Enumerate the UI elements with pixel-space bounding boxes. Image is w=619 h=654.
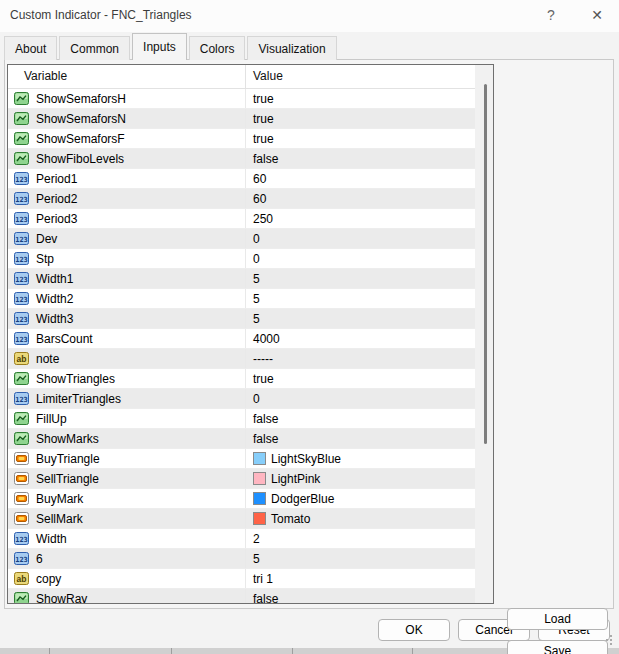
variable-cell: SellMark [8, 509, 245, 528]
value-text: 0 [253, 232, 260, 246]
table-row[interactable]: 12365 [8, 549, 493, 569]
numeric-param-icon: 123 [14, 312, 29, 325]
numeric-param-icon: 123 [14, 272, 29, 285]
value-text: false [253, 152, 278, 166]
value-cell[interactable]: false [245, 429, 493, 448]
table-row[interactable]: SellTriangleLightPink [8, 469, 493, 489]
svg-text:123: 123 [15, 336, 28, 344]
table-row[interactable]: 123Stp0 [8, 249, 493, 269]
variable-cell: 123LimiterTriangles [8, 389, 245, 408]
svg-text:123: 123 [15, 216, 28, 224]
table-row[interactable]: BuyTriangleLightSkyBlue [8, 449, 493, 469]
value-cell[interactable]: 4000 [245, 329, 493, 348]
table-row[interactable]: SellMarkTomato [8, 509, 493, 529]
variable-cell: 123BarsCount [8, 329, 245, 348]
table-row[interactable]: ShowTrianglestrue [8, 369, 493, 389]
table-row[interactable]: ShowFiboLevelsfalse [8, 149, 493, 169]
table-row[interactable]: abnote----- [8, 349, 493, 369]
table-row[interactable]: BuyMarkDodgerBlue [8, 489, 493, 509]
variable-name: Width1 [36, 272, 73, 286]
value-cell[interactable]: 0 [245, 229, 493, 248]
ok-button[interactable]: OK [378, 619, 450, 641]
table-row[interactable]: 123BarsCount4000 [8, 329, 493, 349]
table-row[interactable]: 123Period160 [8, 169, 493, 189]
value-cell[interactable]: DodgerBlue [245, 489, 493, 508]
value-cell[interactable]: 250 [245, 209, 493, 228]
table-row[interactable]: 123Period260 [8, 189, 493, 209]
value-text: false [253, 592, 278, 605]
table-row[interactable]: ShowSemaforsHtrue [8, 89, 493, 109]
value-cell[interactable]: false [245, 149, 493, 168]
table-row[interactable]: 123Width15 [8, 269, 493, 289]
variable-name: SellTriangle [36, 472, 99, 486]
column-header-value[interactable]: Value [245, 65, 493, 88]
variable-name: 6 [36, 552, 43, 566]
save-button[interactable]: Save [507, 640, 608, 654]
value-text: 60 [253, 172, 266, 186]
boolean-param-icon [14, 152, 29, 165]
table-row[interactable]: 123LimiterTriangles0 [8, 389, 493, 409]
value-cell[interactable]: Tomato [245, 509, 493, 528]
table-row[interactable]: ShowSemaforsNtrue [8, 109, 493, 129]
table-row[interactable]: 123Width25 [8, 289, 493, 309]
variable-cell: abcopy [8, 569, 245, 588]
color-param-icon [14, 492, 29, 505]
table-row[interactable]: ShowMarksfalse [8, 429, 493, 449]
value-cell[interactable]: 5 [245, 289, 493, 308]
column-header-variable[interactable]: Variable [8, 65, 245, 88]
variable-cell: 1236 [8, 549, 245, 568]
table-row[interactable]: 123Width2 [8, 529, 493, 549]
table-row[interactable]: ShowRayfalse [8, 589, 493, 604]
value-cell[interactable]: true [245, 369, 493, 388]
value-text: 2 [253, 532, 260, 546]
table-row[interactable]: 123Period3250 [8, 209, 493, 229]
vertical-scrollbar[interactable] [475, 65, 493, 603]
value-cell[interactable]: 60 [245, 189, 493, 208]
variable-cell: ShowSemaforsF [8, 129, 245, 148]
variable-cell: 123Width2 [8, 289, 245, 308]
table-row[interactable]: FillUpfalse [8, 409, 493, 429]
value-cell[interactable]: true [245, 129, 493, 148]
close-icon[interactable]: ✕ [584, 3, 610, 27]
value-text: true [253, 372, 274, 386]
tab-common[interactable]: Common [59, 36, 130, 60]
variable-cell: 123Stp [8, 249, 245, 268]
table-row[interactable]: ShowSemaforsFtrue [8, 129, 493, 149]
value-cell[interactable]: true [245, 109, 493, 128]
table-row[interactable]: abcopytri 1 [8, 569, 493, 589]
tab-colors[interactable]: Colors [189, 36, 246, 60]
tab-visualization[interactable]: Visualization [247, 36, 336, 60]
load-button[interactable]: Load [507, 608, 608, 630]
value-cell[interactable]: tri 1 [245, 569, 493, 588]
value-cell[interactable]: LightSkyBlue [245, 449, 493, 468]
value-cell[interactable]: 0 [245, 389, 493, 408]
variable-cell: abnote [8, 349, 245, 368]
variable-name: BuyTriangle [36, 452, 100, 466]
tab-about[interactable]: About [4, 36, 57, 60]
variable-cell: FillUp [8, 409, 245, 428]
value-cell[interactable]: 60 [245, 169, 493, 188]
variable-name: ShowSemaforsN [36, 112, 126, 126]
variable-name: note [36, 352, 59, 366]
value-cell[interactable]: LightPink [245, 469, 493, 488]
numeric-param-icon: 123 [14, 172, 29, 185]
value-cell[interactable]: 5 [245, 269, 493, 288]
help-icon[interactable]: ? [538, 3, 564, 27]
table-row[interactable]: 123Width35 [8, 309, 493, 329]
variable-name: copy [36, 572, 61, 586]
value-cell[interactable]: 5 [245, 309, 493, 328]
variable-name: Width [36, 532, 67, 546]
tab-inputs[interactable]: Inputs [132, 33, 187, 60]
value-cell[interactable]: false [245, 409, 493, 428]
value-cell[interactable]: 2 [245, 529, 493, 548]
value-cell[interactable]: true [245, 89, 493, 108]
value-cell[interactable]: 5 [245, 549, 493, 568]
value-cell[interactable]: 0 [245, 249, 493, 268]
value-cell[interactable]: ----- [245, 349, 493, 368]
svg-text:123: 123 [15, 236, 28, 244]
scrollbar-thumb[interactable] [484, 84, 487, 444]
value-cell[interactable]: false [245, 589, 493, 604]
numeric-param-icon: 123 [14, 252, 29, 265]
numeric-param-icon: 123 [14, 332, 29, 345]
table-row[interactable]: 123Dev0 [8, 229, 493, 249]
